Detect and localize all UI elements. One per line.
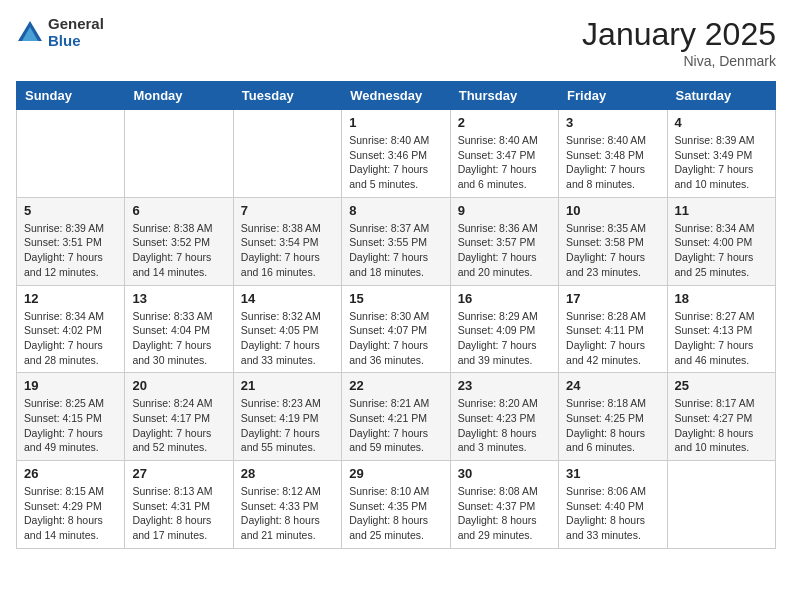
day-header-saturday: Saturday	[667, 82, 775, 110]
calendar-cell: 13Sunrise: 8:33 AM Sunset: 4:04 PM Dayli…	[125, 285, 233, 373]
calendar-cell	[667, 461, 775, 549]
day-header-sunday: Sunday	[17, 82, 125, 110]
calendar-week-2: 5Sunrise: 8:39 AM Sunset: 3:51 PM Daylig…	[17, 197, 776, 285]
day-number: 25	[675, 378, 768, 393]
day-info: Sunrise: 8:23 AM Sunset: 4:19 PM Dayligh…	[241, 396, 334, 455]
day-info: Sunrise: 8:17 AM Sunset: 4:27 PM Dayligh…	[675, 396, 768, 455]
logo-icon	[16, 19, 44, 47]
day-number: 30	[458, 466, 551, 481]
day-header-monday: Monday	[125, 82, 233, 110]
calendar-cell: 22Sunrise: 8:21 AM Sunset: 4:21 PM Dayli…	[342, 373, 450, 461]
calendar-cell	[17, 110, 125, 198]
day-info: Sunrise: 8:40 AM Sunset: 3:47 PM Dayligh…	[458, 133, 551, 192]
calendar-cell: 3Sunrise: 8:40 AM Sunset: 3:48 PM Daylig…	[559, 110, 667, 198]
day-number: 28	[241, 466, 334, 481]
day-info: Sunrise: 8:35 AM Sunset: 3:58 PM Dayligh…	[566, 221, 659, 280]
day-header-tuesday: Tuesday	[233, 82, 341, 110]
day-number: 10	[566, 203, 659, 218]
page-header: General Blue January 2025 Niva, Denmark	[16, 16, 776, 69]
day-info: Sunrise: 8:38 AM Sunset: 3:52 PM Dayligh…	[132, 221, 225, 280]
day-number: 2	[458, 115, 551, 130]
calendar-header-row: SundayMondayTuesdayWednesdayThursdayFrid…	[17, 82, 776, 110]
day-info: Sunrise: 8:24 AM Sunset: 4:17 PM Dayligh…	[132, 396, 225, 455]
day-header-thursday: Thursday	[450, 82, 558, 110]
calendar-cell: 2Sunrise: 8:40 AM Sunset: 3:47 PM Daylig…	[450, 110, 558, 198]
day-number: 13	[132, 291, 225, 306]
day-number: 22	[349, 378, 442, 393]
calendar-table: SundayMondayTuesdayWednesdayThursdayFrid…	[16, 81, 776, 549]
logo: General Blue	[16, 16, 104, 49]
calendar-cell: 17Sunrise: 8:28 AM Sunset: 4:11 PM Dayli…	[559, 285, 667, 373]
day-number: 6	[132, 203, 225, 218]
day-info: Sunrise: 8:40 AM Sunset: 3:46 PM Dayligh…	[349, 133, 442, 192]
day-number: 11	[675, 203, 768, 218]
day-number: 18	[675, 291, 768, 306]
day-info: Sunrise: 8:30 AM Sunset: 4:07 PM Dayligh…	[349, 309, 442, 368]
logo-general: General	[48, 16, 104, 33]
day-number: 27	[132, 466, 225, 481]
day-info: Sunrise: 8:36 AM Sunset: 3:57 PM Dayligh…	[458, 221, 551, 280]
day-info: Sunrise: 8:06 AM Sunset: 4:40 PM Dayligh…	[566, 484, 659, 543]
day-info: Sunrise: 8:28 AM Sunset: 4:11 PM Dayligh…	[566, 309, 659, 368]
calendar-cell: 28Sunrise: 8:12 AM Sunset: 4:33 PM Dayli…	[233, 461, 341, 549]
calendar-cell: 15Sunrise: 8:30 AM Sunset: 4:07 PM Dayli…	[342, 285, 450, 373]
day-number: 7	[241, 203, 334, 218]
day-info: Sunrise: 8:10 AM Sunset: 4:35 PM Dayligh…	[349, 484, 442, 543]
day-header-friday: Friday	[559, 82, 667, 110]
calendar-cell: 14Sunrise: 8:32 AM Sunset: 4:05 PM Dayli…	[233, 285, 341, 373]
logo-blue: Blue	[48, 33, 104, 50]
day-info: Sunrise: 8:32 AM Sunset: 4:05 PM Dayligh…	[241, 309, 334, 368]
day-number: 4	[675, 115, 768, 130]
day-info: Sunrise: 8:39 AM Sunset: 3:51 PM Dayligh…	[24, 221, 117, 280]
calendar-week-4: 19Sunrise: 8:25 AM Sunset: 4:15 PM Dayli…	[17, 373, 776, 461]
day-info: Sunrise: 8:13 AM Sunset: 4:31 PM Dayligh…	[132, 484, 225, 543]
day-number: 1	[349, 115, 442, 130]
day-info: Sunrise: 8:39 AM Sunset: 3:49 PM Dayligh…	[675, 133, 768, 192]
calendar-cell: 9Sunrise: 8:36 AM Sunset: 3:57 PM Daylig…	[450, 197, 558, 285]
day-info: Sunrise: 8:38 AM Sunset: 3:54 PM Dayligh…	[241, 221, 334, 280]
calendar-cell: 19Sunrise: 8:25 AM Sunset: 4:15 PM Dayli…	[17, 373, 125, 461]
calendar-cell: 18Sunrise: 8:27 AM Sunset: 4:13 PM Dayli…	[667, 285, 775, 373]
location: Niva, Denmark	[582, 53, 776, 69]
calendar-cell: 8Sunrise: 8:37 AM Sunset: 3:55 PM Daylig…	[342, 197, 450, 285]
calendar-cell: 11Sunrise: 8:34 AM Sunset: 4:00 PM Dayli…	[667, 197, 775, 285]
calendar-week-1: 1Sunrise: 8:40 AM Sunset: 3:46 PM Daylig…	[17, 110, 776, 198]
calendar-cell: 5Sunrise: 8:39 AM Sunset: 3:51 PM Daylig…	[17, 197, 125, 285]
calendar-cell: 24Sunrise: 8:18 AM Sunset: 4:25 PM Dayli…	[559, 373, 667, 461]
day-info: Sunrise: 8:34 AM Sunset: 4:00 PM Dayligh…	[675, 221, 768, 280]
day-number: 24	[566, 378, 659, 393]
day-number: 29	[349, 466, 442, 481]
day-number: 5	[24, 203, 117, 218]
day-header-wednesday: Wednesday	[342, 82, 450, 110]
calendar-cell: 27Sunrise: 8:13 AM Sunset: 4:31 PM Dayli…	[125, 461, 233, 549]
calendar-cell: 29Sunrise: 8:10 AM Sunset: 4:35 PM Dayli…	[342, 461, 450, 549]
calendar-week-5: 26Sunrise: 8:15 AM Sunset: 4:29 PM Dayli…	[17, 461, 776, 549]
calendar-week-3: 12Sunrise: 8:34 AM Sunset: 4:02 PM Dayli…	[17, 285, 776, 373]
calendar-cell: 16Sunrise: 8:29 AM Sunset: 4:09 PM Dayli…	[450, 285, 558, 373]
calendar-cell: 25Sunrise: 8:17 AM Sunset: 4:27 PM Dayli…	[667, 373, 775, 461]
day-number: 14	[241, 291, 334, 306]
day-number: 17	[566, 291, 659, 306]
day-number: 26	[24, 466, 117, 481]
day-number: 12	[24, 291, 117, 306]
title-block: January 2025 Niva, Denmark	[582, 16, 776, 69]
day-info: Sunrise: 8:08 AM Sunset: 4:37 PM Dayligh…	[458, 484, 551, 543]
calendar-cell: 23Sunrise: 8:20 AM Sunset: 4:23 PM Dayli…	[450, 373, 558, 461]
day-info: Sunrise: 8:21 AM Sunset: 4:21 PM Dayligh…	[349, 396, 442, 455]
day-number: 15	[349, 291, 442, 306]
day-info: Sunrise: 8:33 AM Sunset: 4:04 PM Dayligh…	[132, 309, 225, 368]
day-info: Sunrise: 8:40 AM Sunset: 3:48 PM Dayligh…	[566, 133, 659, 192]
day-info: Sunrise: 8:27 AM Sunset: 4:13 PM Dayligh…	[675, 309, 768, 368]
day-number: 20	[132, 378, 225, 393]
day-number: 16	[458, 291, 551, 306]
calendar-cell: 7Sunrise: 8:38 AM Sunset: 3:54 PM Daylig…	[233, 197, 341, 285]
calendar-cell: 10Sunrise: 8:35 AM Sunset: 3:58 PM Dayli…	[559, 197, 667, 285]
calendar-cell	[125, 110, 233, 198]
day-info: Sunrise: 8:18 AM Sunset: 4:25 PM Dayligh…	[566, 396, 659, 455]
day-number: 23	[458, 378, 551, 393]
calendar-cell: 6Sunrise: 8:38 AM Sunset: 3:52 PM Daylig…	[125, 197, 233, 285]
day-info: Sunrise: 8:29 AM Sunset: 4:09 PM Dayligh…	[458, 309, 551, 368]
calendar-cell: 20Sunrise: 8:24 AM Sunset: 4:17 PM Dayli…	[125, 373, 233, 461]
calendar-cell: 12Sunrise: 8:34 AM Sunset: 4:02 PM Dayli…	[17, 285, 125, 373]
calendar-cell: 26Sunrise: 8:15 AM Sunset: 4:29 PM Dayli…	[17, 461, 125, 549]
